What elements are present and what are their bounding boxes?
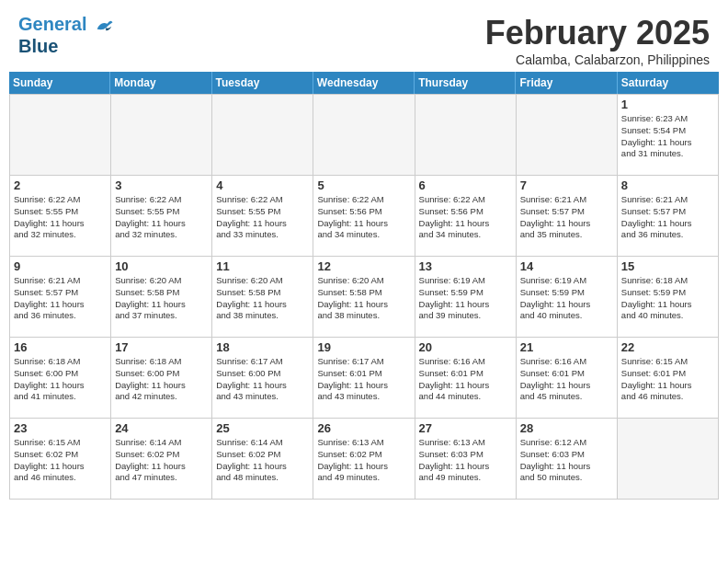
calendar-cell (212, 95, 313, 176)
calendar-cell: 1Sunrise: 6:23 AM Sunset: 5:54 PM Daylig… (618, 95, 719, 176)
header-saturday: Saturday (618, 72, 719, 94)
calendar-cell: 17Sunrise: 6:18 AM Sunset: 6:00 PM Dayli… (111, 338, 212, 419)
cell-info: Sunrise: 6:14 AM Sunset: 6:02 PM Dayligh… (216, 437, 309, 484)
day-number: 26 (317, 421, 410, 435)
calendar-cell: 8Sunrise: 6:21 AM Sunset: 5:57 PM Daylig… (618, 176, 719, 257)
calendar-cell: 12Sunrise: 6:20 AM Sunset: 5:58 PM Dayli… (313, 257, 415, 338)
day-number: 1 (621, 98, 714, 111)
day-number: 24 (115, 421, 208, 435)
day-number: 7 (520, 178, 613, 192)
header-wednesday: Wednesday (313, 72, 415, 94)
cell-info: Sunrise: 6:15 AM Sunset: 6:02 PM Dayligh… (14, 437, 107, 484)
header-tuesday: Tuesday (212, 72, 313, 94)
logo: General Blue (18, 14, 114, 56)
calendar-cell (10, 95, 111, 176)
day-number: 5 (317, 178, 410, 192)
calendar-cell (415, 95, 517, 176)
calendar-cell (111, 95, 212, 176)
calendar-cell: 10Sunrise: 6:20 AM Sunset: 5:58 PM Dayli… (111, 257, 212, 338)
cell-info: Sunrise: 6:16 AM Sunset: 6:01 PM Dayligh… (520, 356, 613, 403)
calendar-cell: 24Sunrise: 6:14 AM Sunset: 6:02 PM Dayli… (111, 419, 212, 500)
calendar-cell: 21Sunrise: 6:16 AM Sunset: 6:01 PM Dayli… (517, 338, 618, 419)
day-number: 22 (621, 340, 714, 354)
day-number: 12 (317, 259, 410, 273)
cell-info: Sunrise: 6:22 AM Sunset: 5:55 PM Dayligh… (14, 194, 107, 241)
cell-info: Sunrise: 6:18 AM Sunset: 5:59 PM Dayligh… (621, 275, 714, 322)
calendar-cell: 28Sunrise: 6:12 AM Sunset: 6:03 PM Dayli… (517, 419, 618, 500)
header-monday: Monday (110, 72, 211, 94)
cell-info: Sunrise: 6:16 AM Sunset: 6:01 PM Dayligh… (419, 356, 512, 403)
calendar-cell: 22Sunrise: 6:15 AM Sunset: 6:01 PM Dayli… (618, 338, 719, 419)
cell-info: Sunrise: 6:19 AM Sunset: 5:59 PM Dayligh… (520, 275, 613, 322)
location: Calamba, Calabarzon, Philippines (485, 52, 710, 67)
cell-info: Sunrise: 6:19 AM Sunset: 5:59 PM Dayligh… (419, 275, 512, 322)
calendar-cell: 11Sunrise: 6:20 AM Sunset: 5:58 PM Dayli… (212, 257, 313, 338)
page-container: General Blue February 2025 Calamba, Cala… (0, 0, 728, 500)
calendar-cell: 14Sunrise: 6:19 AM Sunset: 5:59 PM Dayli… (517, 257, 618, 338)
calendar-cell: 7Sunrise: 6:21 AM Sunset: 5:57 PM Daylig… (517, 176, 618, 257)
cell-info: Sunrise: 6:20 AM Sunset: 5:58 PM Dayligh… (115, 275, 208, 322)
header: General Blue February 2025 Calamba, Cala… (0, 0, 728, 72)
cell-info: Sunrise: 6:20 AM Sunset: 5:58 PM Dayligh… (216, 275, 309, 322)
calendar-cell: 16Sunrise: 6:18 AM Sunset: 6:00 PM Dayli… (10, 338, 111, 419)
cell-info: Sunrise: 6:23 AM Sunset: 5:54 PM Dayligh… (621, 113, 714, 160)
cell-info: Sunrise: 6:21 AM Sunset: 5:57 PM Dayligh… (520, 194, 613, 241)
calendar-cell: 6Sunrise: 6:22 AM Sunset: 5:56 PM Daylig… (415, 176, 517, 257)
cell-info: Sunrise: 6:22 AM Sunset: 5:56 PM Dayligh… (317, 194, 410, 241)
cell-info: Sunrise: 6:13 AM Sunset: 6:03 PM Dayligh… (419, 437, 512, 484)
calendar-cell: 2Sunrise: 6:22 AM Sunset: 5:55 PM Daylig… (10, 176, 111, 257)
day-number: 3 (115, 178, 208, 192)
day-number: 21 (520, 340, 613, 354)
calendar-cell: 4Sunrise: 6:22 AM Sunset: 5:55 PM Daylig… (212, 176, 313, 257)
logo-line2: Blue (18, 36, 114, 56)
calendar-cell: 23Sunrise: 6:15 AM Sunset: 6:02 PM Dayli… (10, 419, 111, 500)
header-sunday: Sunday (9, 72, 110, 94)
cell-info: Sunrise: 6:17 AM Sunset: 6:01 PM Dayligh… (317, 356, 410, 403)
day-headers: Sunday Monday Tuesday Wednesday Thursday… (9, 72, 719, 94)
cell-info: Sunrise: 6:21 AM Sunset: 5:57 PM Dayligh… (621, 194, 714, 241)
day-number: 17 (115, 340, 208, 354)
day-number: 13 (419, 259, 512, 273)
title-area: February 2025 Calamba, Calabarzon, Phili… (485, 14, 710, 67)
calendar-grid: 1Sunrise: 6:23 AM Sunset: 5:54 PM Daylig… (9, 94, 719, 500)
logo-bird-icon (94, 16, 114, 36)
month-title: February 2025 (485, 14, 710, 52)
day-number: 11 (216, 259, 309, 273)
calendar-cell (313, 95, 415, 176)
cell-info: Sunrise: 6:21 AM Sunset: 5:57 PM Dayligh… (14, 275, 107, 322)
day-number: 9 (14, 259, 107, 273)
calendar-cell: 20Sunrise: 6:16 AM Sunset: 6:01 PM Dayli… (415, 338, 517, 419)
cell-info: Sunrise: 6:22 AM Sunset: 5:55 PM Dayligh… (216, 194, 309, 241)
cell-info: Sunrise: 6:15 AM Sunset: 6:01 PM Dayligh… (621, 356, 714, 403)
day-number: 10 (115, 259, 208, 273)
calendar-cell: 9Sunrise: 6:21 AM Sunset: 5:57 PM Daylig… (10, 257, 111, 338)
cell-info: Sunrise: 6:18 AM Sunset: 6:00 PM Dayligh… (115, 356, 208, 403)
cell-info: Sunrise: 6:14 AM Sunset: 6:02 PM Dayligh… (115, 437, 208, 484)
cell-info: Sunrise: 6:13 AM Sunset: 6:02 PM Dayligh… (317, 437, 410, 484)
logo-line1: General (18, 14, 114, 36)
cell-info: Sunrise: 6:20 AM Sunset: 5:58 PM Dayligh… (317, 275, 410, 322)
calendar-cell: 26Sunrise: 6:13 AM Sunset: 6:02 PM Dayli… (313, 419, 415, 500)
header-friday: Friday (516, 72, 617, 94)
day-number: 18 (216, 340, 309, 354)
day-number: 16 (14, 340, 107, 354)
calendar-cell: 25Sunrise: 6:14 AM Sunset: 6:02 PM Dayli… (212, 419, 313, 500)
cell-info: Sunrise: 6:22 AM Sunset: 5:55 PM Dayligh… (115, 194, 208, 241)
cell-info: Sunrise: 6:18 AM Sunset: 6:00 PM Dayligh… (14, 356, 107, 403)
calendar-cell: 13Sunrise: 6:19 AM Sunset: 5:59 PM Dayli… (415, 257, 517, 338)
day-number: 23 (14, 421, 107, 435)
calendar-cell: 3Sunrise: 6:22 AM Sunset: 5:55 PM Daylig… (111, 176, 212, 257)
day-number: 2 (14, 178, 107, 192)
day-number: 27 (419, 421, 512, 435)
day-number: 15 (621, 259, 714, 273)
calendar-cell: 18Sunrise: 6:17 AM Sunset: 6:00 PM Dayli… (212, 338, 313, 419)
calendar: Sunday Monday Tuesday Wednesday Thursday… (9, 72, 719, 500)
day-number: 6 (419, 178, 512, 192)
calendar-cell (517, 95, 618, 176)
calendar-cell: 19Sunrise: 6:17 AM Sunset: 6:01 PM Dayli… (313, 338, 415, 419)
calendar-cell: 15Sunrise: 6:18 AM Sunset: 5:59 PM Dayli… (618, 257, 719, 338)
cell-info: Sunrise: 6:12 AM Sunset: 6:03 PM Dayligh… (520, 437, 613, 484)
day-number: 19 (317, 340, 410, 354)
day-number: 4 (216, 178, 309, 192)
header-thursday: Thursday (415, 72, 516, 94)
